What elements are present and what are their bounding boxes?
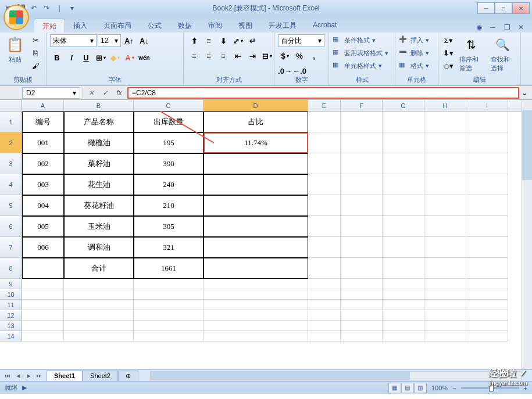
cell-A9[interactable] [22, 279, 64, 289]
cell-I12[interactable] [466, 310, 508, 321]
cell-B4[interactable]: 花生油 [64, 174, 134, 195]
cell-A11[interactable] [22, 300, 64, 310]
tab-view[interactable]: 视图 [230, 19, 260, 33]
cell-I5[interactable] [466, 195, 508, 216]
cell-B14[interactable] [64, 331, 134, 342]
tab-acrobat[interactable]: Acrobat [305, 19, 345, 33]
name-box[interactable]: D2▾ [22, 87, 80, 99]
vscroll-thumb[interactable] [522, 110, 532, 180]
cell-I8[interactable] [466, 258, 508, 279]
cell-G12[interactable] [383, 310, 424, 321]
cell-I13[interactable] [466, 321, 508, 331]
tab-insert[interactable]: 插入 [65, 19, 95, 33]
cell-I3[interactable] [466, 153, 508, 174]
cell-C10[interactable] [134, 289, 203, 300]
cell-I7[interactable] [466, 237, 508, 258]
cell-E13[interactable] [308, 321, 341, 331]
sheet-next-icon[interactable]: ▶ [23, 371, 34, 380]
cell-G6[interactable] [383, 216, 424, 237]
font-color-button[interactable]: A [123, 51, 137, 64]
border-button[interactable]: ⊞ [94, 51, 108, 64]
cell-A10[interactable] [22, 289, 64, 300]
cell-G7[interactable] [383, 237, 424, 258]
cell-H9[interactable] [424, 279, 466, 289]
cell-H1[interactable] [424, 112, 466, 132]
decrease-font-icon[interactable]: A↓ [137, 34, 151, 47]
cell-I10[interactable] [466, 289, 508, 300]
cell-H3[interactable] [424, 153, 466, 174]
row-header-3[interactable]: 3 [0, 153, 22, 174]
cell-D2[interactable]: 11.74% [203, 132, 308, 153]
cell-H2[interactable] [424, 132, 466, 153]
cell-C4[interactable]: 240 [134, 174, 203, 195]
page-break-view-icon[interactable]: ▥ [414, 383, 427, 393]
align-center-icon[interactable]: ≡ [202, 49, 216, 62]
hscroll-thumb[interactable] [151, 372, 410, 380]
sheet-first-icon[interactable]: ⏮ [2, 371, 13, 380]
row-header-2[interactable]: 2 [0, 132, 22, 153]
sheet-last-icon[interactable]: ⏭ [34, 371, 44, 380]
row-header-13[interactable]: 13 [0, 321, 22, 331]
cell-D13[interactable] [203, 321, 308, 331]
cells-area[interactable]: 编号产品名称出库数量占比001橄榄油19511.74%002菜籽油390003花… [22, 112, 508, 342]
italic-button[interactable]: I [65, 51, 78, 64]
col-header-A[interactable]: A [22, 100, 64, 111]
sheet-tab-1[interactable]: Sheet1 [47, 371, 83, 381]
cell-A14[interactable] [22, 331, 64, 342]
wrap-text-icon[interactable]: ↵ [245, 34, 259, 47]
merge-icon[interactable]: ⊟ [260, 49, 274, 62]
cell-D5[interactable] [203, 195, 308, 216]
cell-F5[interactable] [341, 195, 383, 216]
fill-color-button[interactable]: ◆ [108, 51, 122, 64]
horizontal-scrollbar[interactable] [150, 371, 522, 380]
cell-E3[interactable] [308, 153, 341, 174]
expand-formula-icon[interactable]: ⌄ [519, 88, 530, 98]
undo-icon[interactable]: ↶ [28, 2, 40, 14]
cell-G4[interactable] [383, 174, 424, 195]
tab-layout[interactable]: 页面布局 [95, 19, 140, 33]
cell-B11[interactable] [64, 300, 134, 310]
clear-icon[interactable]: ◇▾ [442, 60, 455, 71]
tab-home[interactable]: 开始 [34, 19, 65, 33]
cell-G10[interactable] [383, 289, 424, 300]
cancel-formula-icon[interactable]: ✕ [85, 88, 97, 98]
cell-G5[interactable] [383, 195, 424, 216]
doc-close-icon[interactable]: ✕ [518, 23, 527, 33]
cell-B9[interactable] [64, 279, 134, 289]
cell-F1[interactable] [341, 112, 383, 132]
align-right-icon[interactable]: ≡ [216, 49, 230, 62]
fx-icon[interactable]: fx [113, 88, 125, 98]
font-name-combo[interactable]: 宋体▾ [50, 34, 97, 47]
row-header-6[interactable]: 6 [0, 216, 22, 237]
cell-F12[interactable] [341, 310, 383, 321]
cell-A1[interactable]: 编号 [22, 112, 64, 132]
vertical-scrollbar[interactable] [522, 100, 532, 369]
cell-G14[interactable] [383, 331, 424, 342]
insert-cells-button[interactable]: ➕插入 ▾ [399, 34, 429, 46]
comma-icon[interactable]: , [307, 49, 321, 62]
cell-E14[interactable] [308, 331, 341, 342]
cell-F11[interactable] [341, 300, 383, 310]
cell-D11[interactable] [203, 300, 308, 310]
cell-D4[interactable] [203, 174, 308, 195]
row-header-14[interactable]: 14 [0, 331, 22, 342]
cell-G8[interactable] [383, 258, 424, 279]
cell-C9[interactable] [134, 279, 203, 289]
sheet-new-tab[interactable]: ⊕ [118, 371, 138, 381]
zoom-level[interactable]: 100% [431, 384, 448, 391]
cell-F7[interactable] [341, 237, 383, 258]
cell-E12[interactable] [308, 310, 341, 321]
select-all-button[interactable] [0, 100, 22, 112]
indent-inc-icon[interactable]: ⇥ [245, 49, 259, 62]
cell-F6[interactable] [341, 216, 383, 237]
cell-F8[interactable] [341, 258, 383, 279]
cell-E5[interactable] [308, 195, 341, 216]
cell-H7[interactable] [424, 237, 466, 258]
cell-I4[interactable] [466, 174, 508, 195]
tab-dev[interactable]: 开发工具 [260, 19, 305, 33]
cell-D14[interactable] [203, 331, 308, 342]
cell-C7[interactable]: 321 [134, 237, 203, 258]
cell-A8[interactable] [22, 258, 64, 279]
qat-more-icon[interactable]: ▾ [66, 2, 78, 14]
cell-B7[interactable]: 调和油 [64, 237, 134, 258]
